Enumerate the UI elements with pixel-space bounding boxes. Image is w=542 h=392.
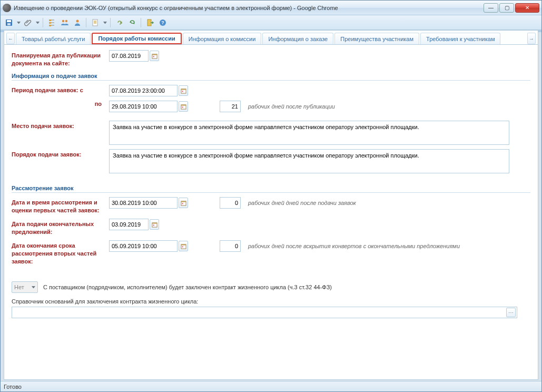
close-button[interactable]: ✕: [515, 3, 539, 13]
separator: [141, 18, 142, 27]
tab-requirements[interactable]: Требования к участникам: [420, 33, 500, 44]
lifecycle-ref-label: Справочник оснований для заключения конт…: [12, 298, 530, 305]
lifecycle-block: Нет С поставщиком (подрядчиком, исполнит…: [12, 281, 530, 318]
separator: [43, 18, 44, 27]
order-label: Порядок подачи заявок:: [12, 149, 109, 159]
tab-scroll-left[interactable]: ←: [6, 33, 15, 44]
save-dropdown-icon[interactable]: [17, 22, 21, 24]
final-offer-input[interactable]: [109, 219, 149, 230]
review-second-label: Дата окончания срока рассмотрения вторых…: [12, 240, 109, 266]
app-favicon: [3, 4, 11, 12]
users-icon[interactable]: [60, 17, 70, 28]
svg-point-7: [65, 19, 67, 22]
svg-rect-24: [181, 201, 185, 202]
tree-icon[interactable]: [47, 17, 57, 28]
svg-rect-16: [153, 56, 154, 57]
period-from-label: Период подачи заявок: с: [12, 85, 109, 94]
window-title: Извещение о проведении ЭОК-ОУ (открытый …: [14, 5, 484, 11]
calendar-icon[interactable]: [179, 241, 188, 251]
svg-rect-2: [7, 23, 11, 25]
lifecycle-select-value: Нет: [14, 284, 24, 290]
calendar-icon[interactable]: [179, 198, 188, 208]
user-icon[interactable]: [72, 17, 83, 28]
svg-rect-4: [49, 22, 51, 24]
review-first-input[interactable]: [109, 197, 178, 209]
titlebar: Извещение о проведении ЭОК-ОУ (открытый …: [1, 1, 541, 15]
tab-commission-procedure[interactable]: Порядок работы комиссии: [92, 33, 181, 44]
calendar-icon[interactable]: [150, 219, 159, 230]
help-icon[interactable]: ?: [157, 17, 168, 28]
link-icon[interactable]: [114, 17, 125, 28]
period-to-label: по: [12, 101, 109, 107]
svg-rect-27: [152, 222, 156, 223]
tab-bar: ← Товары\ работы\ услуги Порядок работы …: [4, 31, 538, 45]
planned-date-label: Планируемая дата публикации документа на…: [12, 50, 109, 67]
place-textarea[interactable]: [109, 121, 509, 145]
review-first-after-text: рабочих дней дней после подачи заявок: [248, 197, 356, 209]
svg-rect-3: [49, 19, 51, 21]
status-text: Готово: [4, 384, 22, 390]
svg-text:?: ?: [161, 20, 164, 25]
section-submission-info: Информация о подаче заявок: [12, 73, 530, 81]
refresh-icon[interactable]: [127, 17, 137, 28]
review-second-input[interactable]: [109, 240, 178, 252]
exit-icon[interactable]: [145, 17, 155, 28]
svg-rect-21: [181, 104, 185, 105]
tab-advantages[interactable]: Преимущества участникам: [334, 33, 419, 44]
calendar-icon[interactable]: [150, 51, 159, 61]
period-days-after-text: рабочих дней после публикации: [248, 101, 335, 112]
attach-icon[interactable]: [23, 17, 33, 28]
document-dropdown-icon[interactable]: [103, 22, 107, 24]
tab-scroll-right[interactable]: →: [527, 33, 536, 44]
svg-rect-11: [147, 19, 151, 26]
lifecycle-select[interactable]: Нет: [12, 281, 38, 293]
svg-rect-19: [182, 91, 183, 92]
calendar-icon[interactable]: [179, 101, 188, 112]
lookup-icon[interactable]: ⋯: [506, 308, 516, 317]
svg-rect-25: [182, 203, 183, 204]
period-from-input[interactable]: [109, 85, 178, 96]
section-review: Рассмотрение заявок: [12, 185, 530, 193]
tab-commission-info[interactable]: Информация о комиссии: [183, 33, 262, 44]
app-window: Извещение о проведении ЭОК-ОУ (открытый …: [0, 0, 542, 392]
order-textarea[interactable]: [109, 149, 509, 173]
svg-rect-31: [182, 246, 183, 247]
separator: [110, 18, 111, 27]
review-first-label: Дата и время рассмотрения и оценки первы…: [12, 197, 109, 214]
lifecycle-ref-input[interactable]: ⋯: [12, 307, 517, 318]
review-first-days-input[interactable]: [220, 197, 241, 209]
svg-rect-15: [152, 54, 156, 55]
window-controls: — ▢ ✕: [484, 3, 539, 13]
lifecycle-desc: С поставщиком (подрядчиком, исполнителем…: [43, 284, 332, 290]
minimize-button[interactable]: —: [484, 3, 498, 13]
calendar-icon[interactable]: [179, 85, 188, 96]
chevron-down-icon: [32, 286, 35, 288]
maximize-button[interactable]: ▢: [499, 3, 514, 13]
review-second-after-text: рабочих дней после вскрытия конвертов с …: [248, 240, 460, 252]
review-second-days-input[interactable]: [220, 240, 241, 252]
planned-date-input[interactable]: [109, 50, 149, 62]
place-label: Место подачи заявок:: [12, 121, 109, 130]
period-days-input[interactable]: [220, 101, 241, 112]
svg-rect-22: [182, 106, 183, 107]
document-icon[interactable]: [90, 17, 101, 28]
final-offer-label: Дата подачи окончательных предложений:: [12, 219, 109, 236]
svg-point-8: [76, 19, 79, 22]
svg-rect-18: [181, 89, 185, 90]
svg-point-10: [120, 22, 122, 24]
separator: [86, 18, 87, 27]
svg-rect-9: [93, 19, 97, 26]
svg-rect-30: [181, 244, 185, 245]
save-icon[interactable]: [4, 17, 14, 28]
svg-rect-1: [7, 20, 11, 22]
attach-dropdown-icon[interactable]: [36, 22, 40, 24]
content-area: ← Товары\ работы\ услуги Порядок работы …: [4, 30, 538, 380]
status-bar: Готово: [1, 381, 541, 391]
main-toolbar: ?: [1, 15, 541, 30]
svg-rect-28: [153, 224, 154, 226]
svg-point-6: [62, 19, 64, 22]
svg-rect-5: [49, 25, 51, 26]
period-to-input[interactable]: [109, 101, 178, 112]
tab-order-info[interactable]: Информация о заказе: [262, 33, 333, 44]
tab-goods[interactable]: Товары\ работы\ услуги: [16, 33, 91, 44]
